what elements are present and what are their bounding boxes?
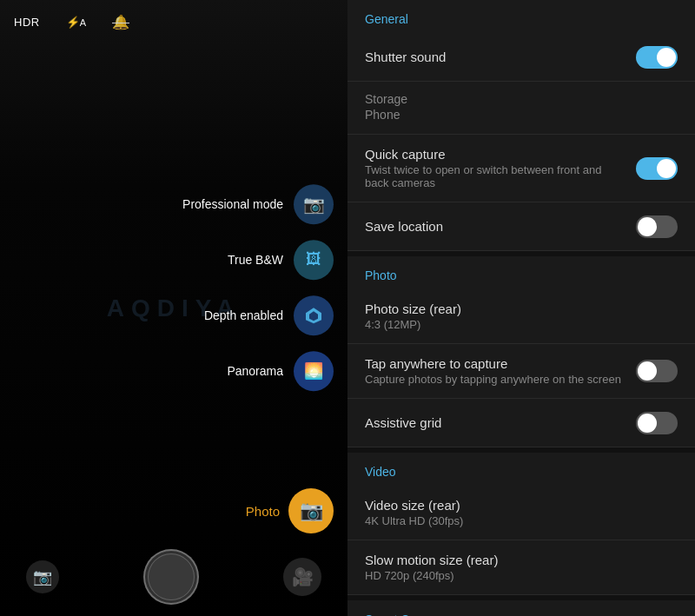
slow-motion-item[interactable]: Slow motion size (rear) HD 720p (240fps) xyxy=(348,540,695,595)
true-bw-item[interactable]: True B&W 🖼 xyxy=(228,240,334,280)
depth-enabled-button[interactable] xyxy=(294,295,334,335)
storage-label: Storage xyxy=(365,92,678,106)
assistive-grid-item[interactable]: Assistive grid xyxy=(348,399,695,447)
flash-icon[interactable]: ⚡A xyxy=(66,16,86,29)
save-location-toggle[interactable] xyxy=(636,215,678,238)
true-bw-label: True B&W xyxy=(228,253,283,267)
camera-viewfinder: HDR ⚡A 🔔 AQDIYA Professional mode 📷 True… xyxy=(0,0,348,616)
quick-capture-toggle-thumb xyxy=(657,159,676,178)
assistive-grid-left: Assistive grid xyxy=(365,415,636,430)
shutter-sound-title: Shutter sound xyxy=(365,50,636,64)
shutter-sound-toggle[interactable] xyxy=(636,46,678,69)
general-section-header: General xyxy=(348,0,695,33)
tap-anywhere-toggle[interactable] xyxy=(636,360,678,382)
shutter-sound-item[interactable]: Shutter sound xyxy=(348,33,695,82)
save-location-left: Save location xyxy=(365,219,636,234)
video-size-left: Video size (rear) 4K Ultra HD (30fps) xyxy=(365,498,678,527)
photo-capture-button[interactable]: 📷 xyxy=(288,488,334,533)
timer-icon[interactable]: 🔔 xyxy=(112,14,129,30)
storage-value: Phone xyxy=(365,108,678,122)
professional-mode-item[interactable]: Professional mode 📷 xyxy=(182,184,334,224)
tap-anywhere-title: Tap anywhere to capture xyxy=(365,356,626,371)
camera-bottom-bar: 📷 🎥 xyxy=(0,538,348,616)
tap-anywhere-toggle-thumb xyxy=(638,361,657,381)
photo-mode-area: Photo 📷 xyxy=(246,488,334,533)
shutter-sound-toggle-thumb xyxy=(657,48,676,67)
photo-size-left: Photo size (rear) 4:3 (12MP) xyxy=(365,301,678,331)
quick-capture-item[interactable]: Quick capture Twist twice to open or swi… xyxy=(348,135,695,202)
save-location-item[interactable]: Save location xyxy=(348,202,695,251)
photo-section-header: Photo xyxy=(348,256,695,289)
depth-enabled-label: Depth enabled xyxy=(204,308,283,322)
save-location-toggle-thumb xyxy=(638,217,657,236)
slow-motion-left: Slow motion size (rear) HD 720p (240fps) xyxy=(365,553,678,582)
storage-item[interactable]: Storage Phone xyxy=(348,82,695,135)
photo-size-title: Photo size (rear) xyxy=(365,301,678,316)
panorama-label: Panorama xyxy=(227,364,283,378)
shutter-button[interactable] xyxy=(143,549,199,605)
tap-anywhere-left: Tap anywhere to capture Capture photos b… xyxy=(365,356,626,386)
slow-motion-title: Slow motion size (rear) xyxy=(365,553,678,567)
tap-anywhere-item[interactable]: Tap anywhere to capture Capture photos b… xyxy=(348,344,695,399)
photo-mode-label: Photo xyxy=(246,504,280,519)
depth-enabled-item[interactable]: Depth enabled xyxy=(204,295,334,335)
professional-mode-button[interactable]: 📷 xyxy=(294,184,334,224)
photo-size-item[interactable]: Photo size (rear) 4:3 (12MP) xyxy=(348,289,695,344)
quick-capture-subtitle: Twist twice to open or switch between fr… xyxy=(365,163,626,189)
quick-capture-title: Quick capture xyxy=(365,147,626,162)
panorama-item[interactable]: Panorama 🌅 xyxy=(227,351,334,391)
tap-anywhere-subtitle: Capture photos by tapping anywhere on th… xyxy=(365,373,626,386)
true-bw-button[interactable]: 🖼 xyxy=(294,240,334,280)
video-size-item[interactable]: Video size (rear) 4K Ultra HD (30fps) xyxy=(348,486,695,540)
gallery-button[interactable]: 📷 xyxy=(26,560,59,593)
assistive-grid-toggle-thumb xyxy=(638,414,657,433)
hdr-label: HDR xyxy=(14,16,40,29)
photo-size-subtitle: 4:3 (12MP) xyxy=(365,318,678,331)
quick-capture-toggle[interactable] xyxy=(636,157,678,180)
video-size-subtitle: 4K Ultra HD (30fps) xyxy=(365,514,678,527)
video-section-header: Video xyxy=(348,453,695,486)
slow-motion-subtitle: HD 720p (240fps) xyxy=(365,569,678,582)
shutter-sound-left: Shutter sound xyxy=(365,50,636,64)
assistive-grid-title: Assistive grid xyxy=(365,415,636,430)
professional-mode-label: Professional mode xyxy=(182,197,283,211)
smart-camera-section-header: Smart Camera xyxy=(348,600,695,616)
camera-side-menu: Professional mode 📷 True B&W 🖼 Depth ena… xyxy=(182,184,334,391)
camera-top-bar: HDR ⚡A 🔔 xyxy=(0,0,348,43)
video-size-title: Video size (rear) xyxy=(365,498,678,513)
panorama-button[interactable]: 🌅 xyxy=(294,351,334,391)
save-location-title: Save location xyxy=(365,219,636,234)
shutter-inner xyxy=(148,553,195,600)
settings-panel: General Shutter sound Storage Phone Quic… xyxy=(348,0,695,616)
video-button[interactable]: 🎥 xyxy=(283,558,321,596)
assistive-grid-toggle[interactable] xyxy=(636,412,678,434)
quick-capture-left: Quick capture Twist twice to open or swi… xyxy=(365,147,626,189)
